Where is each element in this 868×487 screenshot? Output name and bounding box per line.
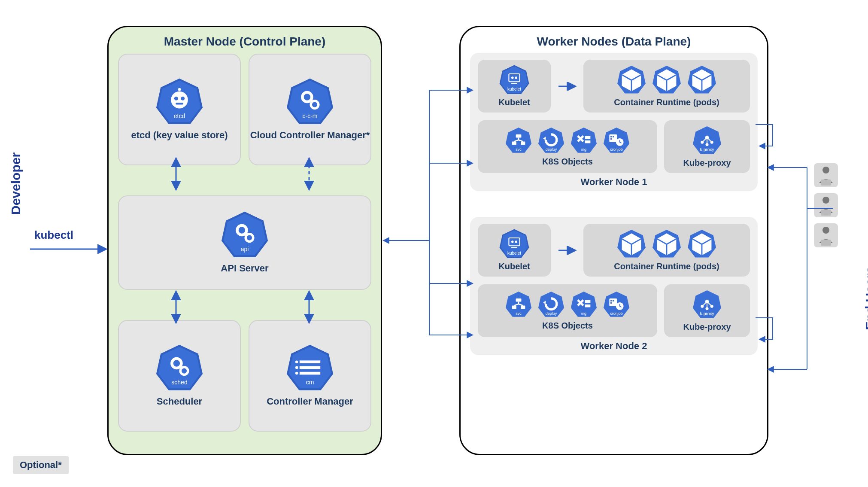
arrow-icon [558, 246, 577, 255]
person-icon [814, 223, 838, 247]
runtime-card-2: Container Runtime (pods) [583, 224, 750, 277]
ccm-card: c-c-m Cloud Controller Manager* [249, 54, 371, 165]
sched-icon: sched [156, 344, 203, 392]
optional-badge: Optional* [13, 456, 69, 474]
pod-icon [616, 229, 646, 259]
cronjob-icon: cronjob [603, 291, 630, 318]
cm-icon: cm [286, 344, 334, 392]
ing-icon: ing [570, 127, 598, 154]
cm-caption: Controller Manager [267, 396, 353, 407]
pod-icon [687, 65, 717, 95]
worker-node-1-title: Worker Node 1 [478, 177, 750, 188]
kube-proxy-card-1: k-proxy Kube-proxy [664, 120, 750, 173]
runtime-card-1: Container Runtime (pods) [583, 60, 750, 113]
svc-icon: svc [505, 127, 532, 154]
cronjob-icon: cronjob [603, 127, 630, 154]
person-icon [814, 163, 838, 187]
deploy-icon: deploy [537, 127, 565, 154]
api-server-card: api API Server [118, 195, 371, 290]
k8s-objects-card-2: svc deploy ing cronjob K8S Objects [478, 284, 657, 337]
etcd-card: etcd etcd (key value store) [118, 54, 241, 165]
kproxy-icon: k-proxy [692, 125, 722, 155]
pod-icon [616, 65, 646, 95]
pod-icon [687, 229, 717, 259]
worker-node-1: kubelet Kubelet Container Runtime (pods)… [470, 53, 758, 191]
kubelet-icon: kubelet [499, 229, 529, 259]
pod-icon [652, 229, 682, 259]
worker-node-2: kubelet Kubelet Container Runtime (pods)… [470, 217, 758, 355]
kubelet-icon: kubelet [499, 65, 529, 95]
ing-icon: ing [570, 291, 598, 318]
worker-node-2-title: Worker Node 2 [478, 341, 750, 352]
etcd-icon: etcd [156, 78, 203, 125]
master-node: Master Node (Control Plane) etcd etcd (k… [107, 26, 382, 455]
kubelet-card-2: kubelet Kubelet [478, 224, 551, 277]
kubectl-label: kubectl [34, 228, 73, 242]
master-title: Master Node (Control Plane) [118, 35, 371, 49]
kproxy-icon: k-proxy [692, 289, 722, 320]
ccm-icon: c-c-m [286, 78, 334, 125]
api-caption: API Server [221, 263, 268, 274]
worker-nodes: Worker Nodes (Data Plane) kubelet Kubele… [459, 26, 768, 455]
scheduler-card: sched Scheduler [118, 320, 241, 432]
kube-proxy-card-2: k-proxy Kube-proxy [664, 284, 750, 337]
pod-icon [652, 65, 682, 95]
svc-icon: svc [505, 291, 532, 318]
deploy-icon: deploy [537, 291, 565, 318]
etcd-caption: etcd (key value store) [131, 130, 228, 141]
kubelet-card-1: kubelet Kubelet [478, 60, 551, 113]
workers-title: Worker Nodes (Data Plane) [470, 35, 758, 49]
developer-label: Developer [9, 152, 23, 215]
api-icon: api [221, 211, 268, 259]
cm-card: cm Controller Manager [249, 320, 371, 432]
arrow-icon [558, 82, 577, 91]
end-users-label: End Users [863, 266, 868, 330]
k8s-objects-card-1: svc deploy ing cronjob K8S Objects [478, 120, 657, 173]
person-icon [814, 193, 838, 217]
sched-caption: Scheduler [157, 396, 202, 407]
ccm-caption: Cloud Controller Manager* [250, 130, 370, 141]
end-users-icons [814, 163, 838, 247]
